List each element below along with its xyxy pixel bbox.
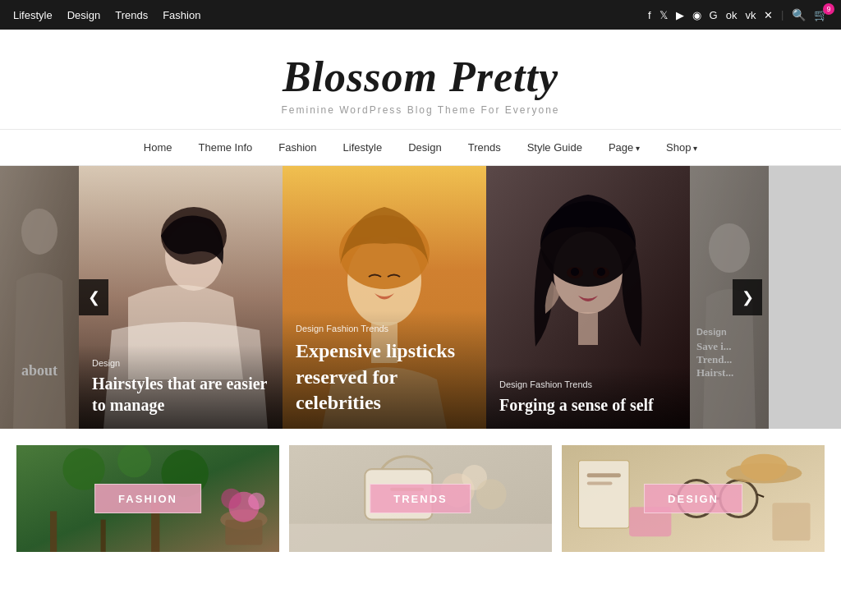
twitter-icon[interactable]: 𝕏 [659,9,668,21]
far-right-text: Save i... Trend... Hairst... [696,340,762,379]
site-tagline: Feminine WordPress Blog Theme For Everyo… [16,104,825,116]
fashion-label: FASHION [118,493,177,505]
google-icon[interactable]: G [710,9,718,21]
slide-center[interactable]: Design Fashion Trends Expensive lipstick… [283,166,486,429]
nav-trends[interactable]: Trends [115,9,148,21]
center-slide-category: Design Fashion Trends [296,324,473,333]
nav-design[interactable]: Design [67,9,100,21]
category-trends[interactable]: TRENDS [289,445,552,552]
design-label: DESIGN [668,493,719,505]
svg-rect-40 [587,473,621,477]
top-nav-right: f 𝕏 ▶ ◉ G ok vk ✕ | 🔍 🛒 9 [648,8,828,22]
main-nav-lifestyle[interactable]: Lifestyle [330,130,396,165]
svg-point-36 [476,479,507,509]
cart-badge: 9 [823,3,834,15]
instagram-icon[interactable]: ◉ [692,9,701,21]
slide-far-left: about [0,166,79,429]
slide-left[interactable]: Design Hairstyles that are easier to man… [79,166,283,429]
far-right-category: Design [696,327,762,337]
svg-point-14 [571,268,579,276]
right-slide-category: Design Fashion Trends [499,379,677,389]
xing-icon[interactable]: ✕ [764,9,773,21]
nav-divider: | [781,8,784,21]
main-nav: Home Theme Info Fashion Lifestyle Design… [0,129,841,166]
center-slide-overlay: Design Fashion Trends Expensive lipstick… [283,310,486,429]
far-left-overlay: about [0,362,79,379]
svg-point-45 [740,454,787,481]
far-left-text: about [21,362,57,379]
slide-right[interactable]: Design Fashion Trends Forging a sense of… [486,166,690,429]
nav-lifestyle[interactable]: Lifestyle [13,9,53,21]
main-nav-home[interactable]: Home [131,130,186,165]
svg-rect-23 [50,511,57,552]
category-section: FASHION [0,429,841,552]
main-nav-fashion[interactable]: Fashion [265,130,329,165]
ok-icon[interactable]: ok [726,9,738,21]
fashion-label-wrap: FASHION [94,484,201,513]
right-slide-title: Forging a sense of self [499,394,677,416]
main-nav-page[interactable]: Page [595,130,653,165]
main-nav-trends[interactable]: Trends [455,130,514,165]
slider-next-button[interactable]: ❯ [733,279,762,315]
left-slide-overlay: Design Hairstyles that are easier to man… [79,345,283,429]
youtube-icon[interactable]: ▶ [676,9,684,21]
top-nav-links: Lifestyle Design Trends Fashion [13,9,200,21]
nav-fashion[interactable]: Fashion [163,9,200,21]
svg-rect-27 [225,520,262,545]
svg-rect-24 [101,520,106,552]
vk-icon[interactable]: vk [745,9,756,21]
trends-label-wrap: TRENDS [370,484,471,513]
top-nav: Lifestyle Design Trends Fashion f 𝕏 ▶ ◉ … [0,0,841,30]
center-slide-title: Expensive lipsticks reserved for celebri… [296,338,473,416]
slider-section: about [0,166,841,429]
svg-point-18 [709,223,750,273]
svg-rect-41 [587,481,613,485]
svg-point-29 [221,489,241,509]
cart-icon[interactable]: 🛒 9 [814,8,828,22]
trends-label: TRENDS [393,493,447,505]
left-slide-title: Hairstyles that are easier to manage [92,373,269,416]
svg-point-15 [597,268,605,276]
site-title: Blossom Pretty [16,53,825,101]
svg-rect-39 [579,461,630,528]
svg-point-30 [248,493,265,510]
far-left-image [0,166,79,429]
category-fashion[interactable]: FASHION [16,445,279,552]
main-nav-shop[interactable]: Shop [653,130,710,165]
design-label-wrap: DESIGN [644,484,742,513]
svg-rect-37 [289,524,552,552]
main-nav-design[interactable]: Design [395,130,454,165]
svg-point-21 [117,445,151,477]
svg-rect-16 [578,312,598,345]
slider-prev-button[interactable]: ❮ [79,279,108,315]
main-nav-theme-info[interactable]: Theme Info [186,130,266,165]
far-right-overlay: Design Save i... Trend... Hairst... [690,327,769,379]
left-slide-category: Design [92,358,269,368]
svg-rect-47 [772,503,810,540]
right-slide-overlay: Design Fashion Trends Forging a sense of… [486,366,690,429]
svg-point-1 [21,209,57,255]
category-design[interactable]: DESIGN [562,445,825,552]
search-icon[interactable]: 🔍 [792,8,806,22]
facebook-icon[interactable]: f [648,9,651,21]
main-nav-style-guide[interactable]: Style Guide [514,130,595,165]
site-header: Blossom Pretty Feminine WordPress Blog T… [0,30,841,129]
